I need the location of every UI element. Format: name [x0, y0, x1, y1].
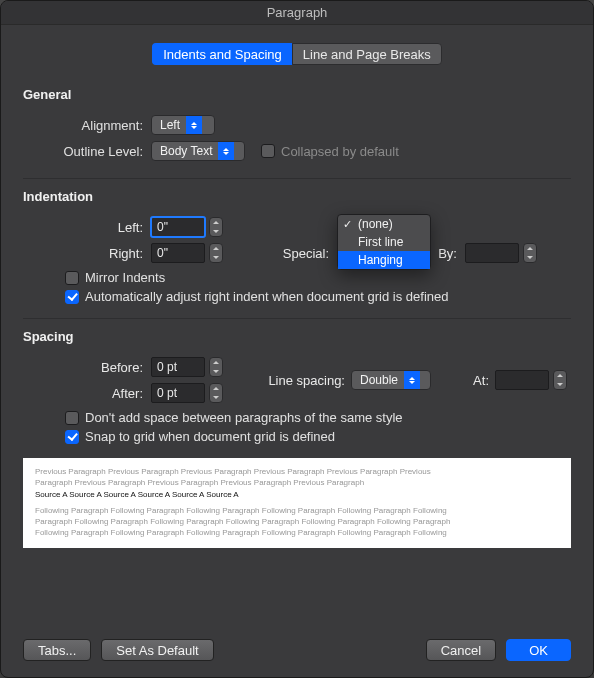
at-label: At:	[455, 373, 495, 388]
indent-right-label: Right:	[23, 246, 151, 261]
after-label: After:	[23, 386, 151, 401]
before-input[interactable]	[151, 357, 205, 377]
alignment-label: Alignment:	[23, 118, 151, 133]
special-dropdown[interactable]: (none) First line Hanging	[337, 214, 431, 270]
mirror-indents-label: Mirror Indents	[85, 270, 165, 285]
dont-add-space-checkbox[interactable]	[65, 411, 79, 425]
dialog-content: Indents and Spacing Line and Page Breaks…	[1, 25, 593, 639]
cancel-button[interactable]: Cancel	[426, 639, 496, 661]
spacing-heading: Spacing	[23, 329, 571, 344]
preview-previous: Paragraph Previous Paragraph Previous Pa…	[35, 477, 559, 488]
dialog-footer: Tabs... Set As Default Cancel OK	[1, 639, 593, 677]
tab-line-page-breaks[interactable]: Line and Page Breaks	[292, 43, 442, 65]
spacing-grid: Before: Line spacing: Double At: After:	[23, 354, 571, 406]
line-spacing-select[interactable]: Double	[351, 370, 431, 390]
preview-following: Following Paragraph Following Paragraph …	[35, 505, 559, 516]
ok-button[interactable]: OK	[506, 639, 571, 661]
after-stepper[interactable]	[209, 383, 223, 403]
at-input[interactable]	[495, 370, 549, 390]
special-option-hanging[interactable]: Hanging	[338, 251, 430, 269]
before-label: Before:	[23, 360, 151, 375]
outline-level-select[interactable]: Body Text	[151, 141, 245, 161]
special-label: Special:	[241, 246, 337, 261]
preview-following: Paragraph Following Paragraph Following …	[35, 516, 559, 527]
snap-grid-label: Snap to grid when document grid is defin…	[85, 429, 335, 444]
tabs-button[interactable]: Tabs...	[23, 639, 91, 661]
outline-arrows-icon	[218, 142, 234, 160]
indent-left-stepper[interactable]	[209, 217, 223, 237]
special-option-none[interactable]: (none)	[338, 215, 430, 233]
auto-adjust-indent-checkbox[interactable]	[65, 290, 79, 304]
paragraph-dialog: Paragraph Indents and Spacing Line and P…	[0, 0, 594, 678]
at-stepper[interactable]	[553, 370, 567, 390]
line-spacing-value: Double	[352, 373, 404, 387]
general-heading: General	[23, 87, 571, 102]
indent-right-input[interactable]	[151, 243, 205, 263]
indentation-grid: Left: Right: Special: By: (none)	[23, 214, 571, 266]
tab-strip: Indents and Spacing Line and Page Breaks	[23, 43, 571, 65]
dont-add-space-label: Don't add space between paragraphs of th…	[85, 410, 403, 425]
indent-by-input[interactable]	[465, 243, 519, 263]
line-spacing-label: Line spacing:	[268, 373, 351, 388]
alignment-value: Left	[152, 118, 186, 132]
auto-adjust-indent-label: Automatically adjust right indent when d…	[85, 289, 449, 304]
divider	[23, 178, 571, 179]
tab-indents-spacing[interactable]: Indents and Spacing	[152, 43, 292, 65]
special-option-first-line[interactable]: First line	[338, 233, 430, 251]
paragraph-preview: Previous Paragraph Previous Paragraph Pr…	[23, 458, 571, 548]
line-spacing-arrows-icon	[404, 371, 420, 389]
collapsed-checkbox[interactable]	[261, 144, 275, 158]
after-input[interactable]	[151, 383, 205, 403]
outline-level-value: Body Text	[152, 144, 218, 158]
before-stepper[interactable]	[209, 357, 223, 377]
alignment-arrows-icon	[186, 116, 202, 134]
indentation-heading: Indentation	[23, 189, 571, 204]
preview-previous: Previous Paragraph Previous Paragraph Pr…	[35, 466, 559, 477]
snap-grid-checkbox[interactable]	[65, 430, 79, 444]
indent-right-stepper[interactable]	[209, 243, 223, 263]
set-default-button[interactable]: Set As Default	[101, 639, 213, 661]
window-title: Paragraph	[1, 1, 593, 25]
outline-level-label: Outline Level:	[23, 144, 151, 159]
by-label: By:	[425, 246, 465, 261]
indent-by-stepper[interactable]	[523, 243, 537, 263]
alignment-select[interactable]: Left	[151, 115, 215, 135]
mirror-indents-checkbox[interactable]	[65, 271, 79, 285]
indent-left-label: Left:	[23, 220, 151, 235]
preview-following: Following Paragraph Following Paragraph …	[35, 527, 559, 538]
preview-sample: Source A Source A Source A Source A Sour…	[35, 489, 559, 500]
indent-left-input[interactable]	[151, 217, 205, 237]
collapsed-label: Collapsed by default	[281, 144, 399, 159]
divider	[23, 318, 571, 319]
